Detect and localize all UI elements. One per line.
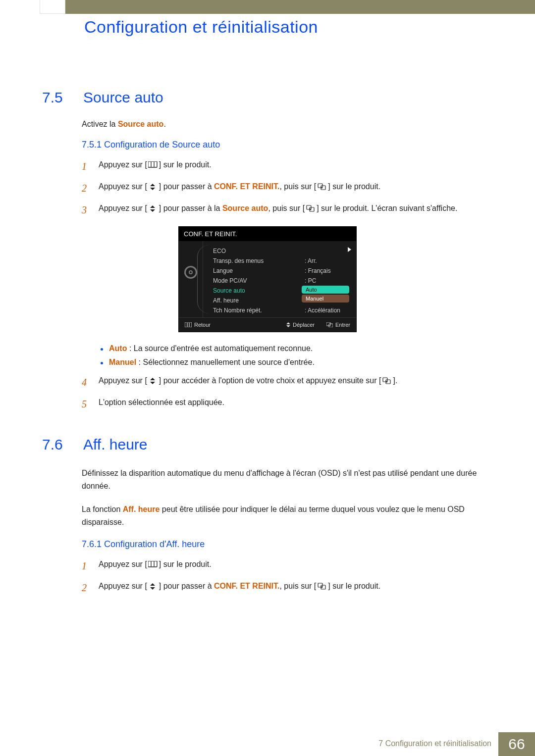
osd-row-langue: Langue: Français <box>205 266 349 276</box>
highlight-aff-heure: Aff. heure <box>123 505 160 513</box>
menu-icon <box>148 160 158 172</box>
page-number: 66 <box>498 732 535 756</box>
content: 7.5 Source auto Activez la Source auto. … <box>42 89 493 602</box>
step-text: Appuyez sur [] pour passer à CONF. ET RE… <box>99 580 380 595</box>
subheading-751: 7.5.1 Configuration de Source auto <box>82 140 493 150</box>
step-number: 1 <box>82 558 91 573</box>
highlight-conf-reinit: CONF. ET REINIT. <box>214 582 279 590</box>
step-5: 5 L'option sélectionnée est appliquée. <box>82 397 493 411</box>
enter-icon <box>326 322 333 327</box>
step-text: Appuyez sur [] pour passer à CONF. ET RE… <box>99 181 380 196</box>
updown-icon <box>148 376 158 388</box>
step-text: Appuyez sur [] sur le produit. <box>99 558 212 573</box>
highlight-conf-reinit: CONF. ET REINIT. <box>214 182 279 191</box>
bullet-dot-icon <box>101 348 103 351</box>
osd-option-manuel: Manuel <box>302 295 349 302</box>
header-band <box>65 0 535 14</box>
osd-popup: : Auto Manuel <box>305 287 349 294</box>
osd-row-source: Source auto : Auto Manuel <box>205 286 349 296</box>
updown-icon <box>148 182 158 194</box>
section-heading-75: 7.5 Source auto <box>42 89 493 106</box>
osd-row-pcav: Mode PC/AV: PC <box>205 276 349 286</box>
updown-icon <box>148 581 158 593</box>
enter-icon <box>317 581 327 593</box>
osd-row-eco: ECO <box>205 246 349 256</box>
enter-icon <box>317 182 327 194</box>
updown-icon <box>148 203 158 215</box>
footer-chapter-label: 7 Configuration et réinitialisation <box>378 732 498 756</box>
updown-icon <box>286 322 290 327</box>
bullet-manuel: Manuel : Sélectionnez manuellement une s… <box>101 358 493 367</box>
osd-row-transp: Transp. des menus: Arr. <box>205 256 349 266</box>
step-number: 3 <box>82 202 91 217</box>
intro-75: Activez la Source auto. <box>82 120 493 129</box>
section-heading-76: 7.6 Aff. heure <box>42 436 493 453</box>
osd-arc-decor <box>197 245 209 313</box>
bullet-label: Auto <box>109 344 127 353</box>
section-number: 7.5 <box>42 89 69 106</box>
section-number: 7.6 <box>42 436 69 453</box>
header-tab <box>40 0 65 14</box>
osd-screenshot: CONF. ET REINIT. ECO Transp. des menus: … <box>42 226 493 332</box>
step-4: 4 Appuyez sur [] pour accéder à l'option… <box>82 375 493 390</box>
step-text: Appuyez sur [] pour passer à la Source a… <box>99 202 457 217</box>
osd-footer-retour: Retour <box>185 322 211 328</box>
osd-footer-entrer: Entrer <box>326 322 350 328</box>
menu-icon <box>148 559 158 571</box>
bullet-dot-icon <box>101 362 103 364</box>
osd-body: ECO Transp. des menus: Arr. Langue: Fran… <box>179 241 356 317</box>
text: Activez la <box>82 120 118 128</box>
osd-title: CONF. ET REINIT. <box>179 227 356 241</box>
para-76-1: Définissez la disparition automatique du… <box>82 467 493 492</box>
bullet-text: : Sélectionnez manuellement une source d… <box>136 358 315 366</box>
section-title: Source auto <box>83 89 163 106</box>
osd-footer-deplacer: Déplacer <box>286 322 315 328</box>
step-text: Appuyez sur [] pour accéder à l'option d… <box>99 375 397 390</box>
highlight-source-auto: Source auto <box>118 120 163 128</box>
bullet-text: : La source d'entrée est automatiquement… <box>127 344 313 353</box>
page: Configuration et réinitialisation 7.5 So… <box>0 0 535 756</box>
osd-footer: Retour Déplacer Entrer <box>179 317 356 332</box>
step-number: 2 <box>82 580 91 595</box>
osd-option-auto: Auto <box>302 286 349 294</box>
para-76-2: La fonction Aff. heure peut être utilisé… <box>82 503 493 528</box>
section-title: Aff. heure <box>83 436 148 453</box>
text: . <box>163 120 165 128</box>
enter-icon <box>382 376 392 388</box>
subheading-761: 7.6.1 Configuration d'Aff. heure <box>82 539 493 550</box>
osd-options-popup: Auto Manuel <box>302 286 349 302</box>
enter-icon <box>306 203 316 215</box>
step-text: L'option sélectionnée est appliquée. <box>99 397 224 411</box>
step-1: 1 Appuyez sur [] sur le produit. <box>82 159 493 174</box>
osd-panel: CONF. ET REINIT. ECO Transp. des menus: … <box>178 226 357 332</box>
step-3: 3 Appuyez sur [] pour passer à la Source… <box>82 202 493 217</box>
step-number: 4 <box>82 375 91 390</box>
bullet-auto: Auto : La source d'entrée est automatiqu… <box>101 344 493 353</box>
step-number: 5 <box>82 397 91 411</box>
step-1b: 1 Appuyez sur [] sur le produit. <box>82 558 493 573</box>
menu-icon <box>185 322 192 327</box>
highlight-source-auto: Source auto <box>222 204 268 212</box>
step-number: 1 <box>82 159 91 174</box>
step-2: 2 Appuyez sur [] pour passer à CONF. ET … <box>82 181 493 196</box>
footer: 7 Configuration et réinitialisation 66 <box>0 732 535 756</box>
chapter-title: Configuration et réinitialisation <box>84 17 318 37</box>
bullet-label: Manuel <box>109 358 136 366</box>
submenu-arrow-icon <box>348 247 351 252</box>
step-number: 2 <box>82 181 91 196</box>
bullet-list: Auto : La source d'entrée est automatiqu… <box>101 344 493 367</box>
osd-row-tch: Tch Nombre répét.: Accélération <box>205 305 349 315</box>
step-text: Appuyez sur [] sur le produit. <box>99 159 212 174</box>
gear-icon <box>184 266 197 279</box>
osd-menu-list: ECO Transp. des menus: Arr. Langue: Fran… <box>203 241 356 317</box>
step-2b: 2 Appuyez sur [] pour passer à CONF. ET … <box>82 580 493 595</box>
